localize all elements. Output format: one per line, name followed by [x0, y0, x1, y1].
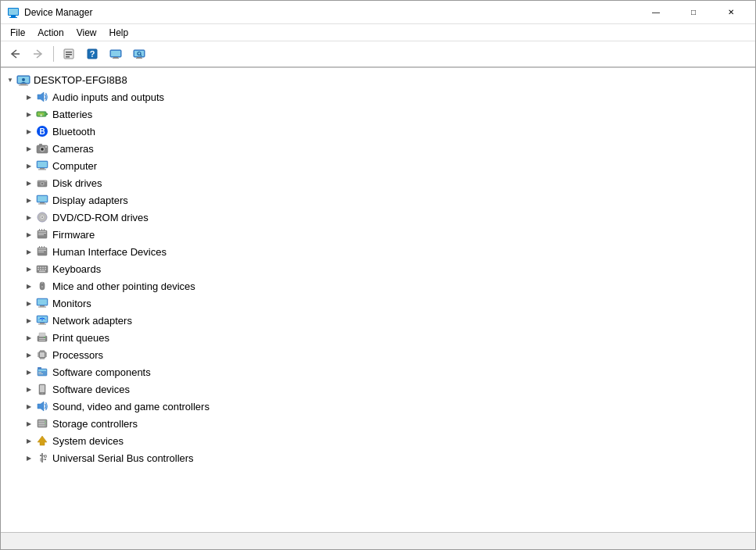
svg-point-35	[41, 148, 43, 150]
svg-point-44	[41, 183, 43, 184]
svg-point-82	[41, 286, 43, 288]
svg-point-91	[41, 320, 43, 321]
close-button[interactable]: ✕	[713, 1, 749, 24]
software-components-icon	[35, 365, 49, 379]
item-expand[interactable]	[23, 228, 35, 241]
properties-button[interactable]	[58, 44, 80, 64]
item-expand[interactable]	[23, 142, 35, 155]
svg-rect-115	[38, 367, 41, 369]
item-expand[interactable]	[23, 417, 35, 430]
svg-rect-17	[136, 58, 142, 59]
root-expand[interactable]	[4, 73, 16, 86]
item-expand[interactable]	[23, 108, 35, 120]
list-item[interactable]: Cameras	[1, 140, 755, 157]
item-expand[interactable]	[23, 280, 35, 292]
device-tree[interactable]: DESKTOP-EFGI8B8 Audio inputs and outputs	[1, 68, 755, 532]
item-expand[interactable]	[23, 297, 35, 309]
svg-text:?: ?	[90, 49, 95, 59]
back-button[interactable]	[4, 44, 26, 64]
maximize-button[interactable]: □	[675, 1, 711, 24]
item-label: Display adapters	[52, 195, 128, 206]
item-label: Processors	[52, 349, 103, 361]
list-item[interactable]: Disk drives	[1, 174, 755, 191]
toolbar: ?	[1, 41, 755, 68]
list-item[interactable]: Software devices	[1, 380, 755, 398]
svg-rect-3	[9, 9, 18, 15]
forward-button[interactable]	[27, 44, 49, 64]
root-icon	[16, 73, 30, 87]
list-item[interactable]: Software components	[1, 363, 755, 380]
scan-button[interactable]	[128, 44, 150, 64]
sound-icon	[35, 399, 49, 413]
menu-action[interactable]: Action	[31, 26, 70, 40]
item-expand[interactable]	[23, 159, 35, 172]
item-expand[interactable]	[23, 245, 35, 258]
item-expand[interactable]	[23, 331, 35, 344]
hid-icon	[35, 245, 49, 259]
list-item[interactable]: System devices	[1, 432, 755, 449]
list-item[interactable]: Firmware	[1, 226, 755, 243]
list-item[interactable]: Network adapters	[1, 312, 755, 329]
minimize-button[interactable]: —	[638, 1, 674, 24]
help-button[interactable]: ?	[81, 44, 103, 64]
list-item[interactable]: Sound, video and game controllers	[1, 398, 755, 415]
svg-rect-98	[40, 352, 45, 357]
item-expand[interactable]	[23, 194, 35, 206]
svg-rect-64	[38, 250, 46, 251]
item-label: System devices	[52, 435, 124, 447]
status-bar	[1, 532, 755, 549]
item-expand[interactable]	[23, 125, 35, 138]
svg-rect-113	[38, 372, 41, 373]
svg-rect-133	[45, 459, 46, 460]
list-item[interactable]: Monitors	[1, 295, 755, 312]
list-item[interactable]: Mice and other pointing devices	[1, 277, 755, 295]
svg-rect-85	[40, 305, 45, 307]
list-item[interactable]: + Batteries	[1, 105, 755, 123]
computer-icon	[35, 159, 49, 173]
list-item[interactable]: Display adapters	[1, 191, 755, 209]
item-expand[interactable]	[23, 262, 35, 275]
cameras-icon	[35, 141, 49, 155]
item-expand[interactable]	[23, 314, 35, 327]
list-item[interactable]: Human Interface Devices	[1, 243, 755, 260]
item-label: Print queues	[52, 332, 109, 344]
svg-rect-95	[39, 340, 45, 341]
item-expand[interactable]	[23, 383, 35, 395]
menu-view[interactable]: View	[70, 26, 103, 40]
svg-rect-72	[42, 267, 44, 269]
item-expand[interactable]	[23, 452, 35, 464]
svg-rect-7	[66, 56, 70, 58]
display-button[interactable]	[105, 44, 127, 64]
svg-rect-76	[42, 269, 44, 270]
batteries-icon: +	[35, 107, 49, 121]
list-item[interactable]: DVD/CD-ROM drives	[1, 209, 755, 226]
item-expand[interactable]	[23, 400, 35, 412]
list-item[interactable]: Audio inputs and outputs	[1, 88, 755, 105]
item-expand[interactable]	[23, 211, 35, 223]
svg-rect-86	[38, 307, 46, 308]
svg-point-126	[45, 425, 45, 426]
item-label: Batteries	[52, 109, 92, 120]
list-item[interactable]: Storage controllers	[1, 415, 755, 432]
list-item[interactable]: Processors	[1, 346, 755, 363]
item-label: Software devices	[52, 384, 130, 395]
menu-file[interactable]: File	[4, 26, 31, 40]
item-expand[interactable]	[23, 91, 35, 103]
root-node[interactable]: DESKTOP-EFGI8B8	[1, 71, 755, 88]
list-item[interactable]: Keyboards	[1, 260, 755, 277]
bluetooth-icon: B	[35, 124, 49, 138]
dvd-icon	[35, 210, 49, 224]
list-item[interactable]: Print queues	[1, 329, 755, 346]
list-item[interactable]: Universal Serial Bus controllers	[1, 449, 755, 466]
svg-rect-89	[40, 323, 45, 324]
menu-help[interactable]: Help	[103, 26, 135, 40]
item-expand[interactable]	[23, 348, 35, 361]
item-expand[interactable]	[23, 177, 35, 189]
list-item[interactable]: B Bluetooth	[1, 123, 755, 140]
item-expand[interactable]	[23, 434, 35, 447]
print-icon	[35, 330, 49, 345]
svg-rect-73	[45, 267, 46, 269]
item-label: Computer	[52, 160, 97, 172]
list-item[interactable]: Computer	[1, 157, 755, 174]
item-expand[interactable]	[23, 366, 35, 378]
